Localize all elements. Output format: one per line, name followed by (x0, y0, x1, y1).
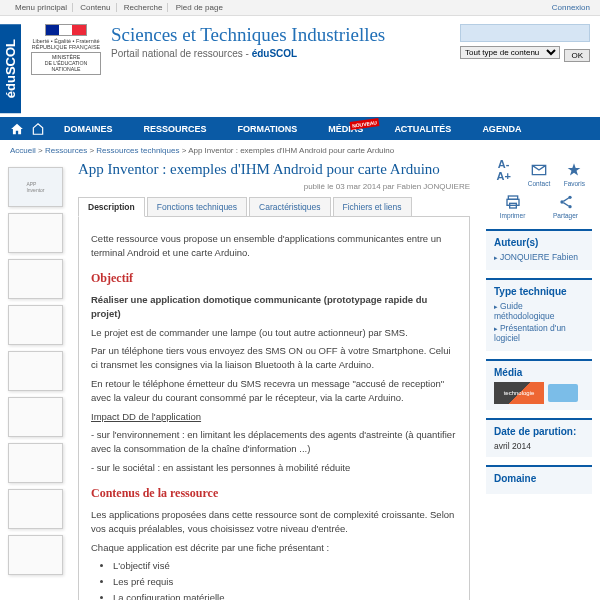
imprimer-tool[interactable]: Imprimer (498, 193, 528, 219)
content-list: L'objectif visé Les pré requis La config… (113, 559, 457, 600)
thumbnail[interactable]: APPInventor (8, 167, 63, 207)
thumbnail-strip: APPInventor (8, 161, 68, 600)
main-nav: DOMAINES RESSOURCES FORMATIONS MÉDIASNOU… (0, 117, 600, 140)
breadcrumb-link[interactable]: Ressources techniques (96, 146, 179, 155)
nav-ressources[interactable]: RESSOURCES (130, 124, 221, 134)
thumbnail[interactable] (8, 397, 63, 437)
tab-fichiers[interactable]: Fichiers et liens (333, 197, 412, 216)
right-sidebar: A-A+ Contact Favoris Imprimer Partager A… (480, 161, 592, 600)
share-icon (558, 194, 574, 210)
nav-medias[interactable]: MÉDIASNOUVEAU (314, 124, 377, 134)
panel-auteur: Auteur(s) JONQUIERE Fabien (486, 229, 592, 270)
type-link[interactable]: Guide méthodologique (494, 301, 584, 321)
search-box: Tout type de contenu OK (460, 24, 590, 62)
search-input[interactable] (460, 24, 590, 42)
breadcrumb-link[interactable]: Ressources (45, 146, 87, 155)
french-flag-icon (45, 24, 87, 36)
panel-type: Type technique Guide méthodologique Prés… (486, 278, 592, 351)
thumbnail[interactable] (8, 535, 63, 575)
ministry-logo: Liberté • Égalité • Fraternité RÉPUBLIQU… (31, 24, 101, 75)
site-subtitle: Portail national de ressources - éduSCOL (111, 48, 450, 59)
breadcrumb-link[interactable]: Accueil (10, 146, 36, 155)
thumbnail[interactable] (8, 351, 63, 391)
contact-tool[interactable]: Contact (524, 161, 554, 187)
nav-agenda[interactable]: AGENDA (468, 124, 535, 134)
eduscol-tab-logo: éduSCOL (0, 24, 21, 113)
canope-logo (548, 384, 578, 402)
page-title: App Inventor : exemples d'IHM Android po… (78, 161, 470, 178)
breadcrumb-current: App Inventor : exemples d'IHM Android po… (188, 146, 394, 155)
thumbnail[interactable] (8, 443, 63, 483)
tab-description[interactable]: Description (78, 197, 145, 217)
tab-fonctions[interactable]: Fonctions techniques (147, 197, 247, 216)
partager-tool[interactable]: Partager (551, 193, 581, 219)
new-badge: NOUVEAU (350, 118, 380, 130)
nav-formations[interactable]: FORMATIONS (224, 124, 312, 134)
panel-media: Média technologie (486, 359, 592, 410)
panel-domaine: Domaine (486, 465, 592, 494)
thumbnail[interactable] (8, 213, 63, 253)
login-link[interactable]: Connexion (552, 3, 590, 12)
topnav-item[interactable]: Menu principal (10, 3, 73, 12)
search-submit-button[interactable]: OK (564, 49, 590, 62)
content-type-select[interactable]: Tout type de contenu (460, 46, 560, 59)
nav-actualites[interactable]: ACTUALITÉS (380, 124, 465, 134)
thumbnail[interactable] (8, 259, 63, 299)
font-size-tool[interactable]: A-A+ (489, 161, 519, 187)
topnav-item[interactable]: Recherche (119, 3, 169, 12)
section-contenus: Contenus de la ressource (91, 485, 457, 502)
svg-rect-1 (507, 200, 519, 206)
star-icon (566, 162, 582, 178)
envelope-icon (531, 162, 547, 178)
home-alt-icon[interactable] (29, 122, 47, 136)
panel-date: Date de parution: avril 2014 (486, 418, 592, 457)
thumbnail[interactable] (8, 305, 63, 345)
site-header: éduSCOL Liberté • Égalité • Fraternité R… (0, 16, 600, 117)
tab-caracteristiques[interactable]: Caractéristiques (249, 197, 330, 216)
home-icon[interactable] (8, 122, 26, 136)
content-tabs: Description Fonctions techniques Caracté… (78, 197, 470, 217)
topnav-item[interactable]: Pied de page (171, 3, 228, 12)
publish-info: publié le 03 mar 2014 par Fabien JONQUIE… (78, 182, 470, 191)
site-title: Sciences et Techniques Industrielles (111, 24, 450, 46)
section-objectif: Objectif (91, 270, 457, 287)
article-body: Cette ressource vous propose un ensemble… (78, 217, 470, 600)
thumbnail[interactable] (8, 489, 63, 529)
topnav-item[interactable]: Contenu (75, 3, 116, 12)
nav-domaines[interactable]: DOMAINES (50, 124, 127, 134)
technologie-logo: technologie (494, 382, 544, 404)
top-utility-bar: Menu principal Contenu Recherche Pied de… (0, 0, 600, 16)
favoris-tool[interactable]: Favoris (559, 161, 589, 187)
author-link[interactable]: JONQUIERE Fabien (494, 252, 584, 262)
printer-icon (505, 194, 521, 210)
type-link[interactable]: Présentation d'un logiciel (494, 323, 584, 343)
